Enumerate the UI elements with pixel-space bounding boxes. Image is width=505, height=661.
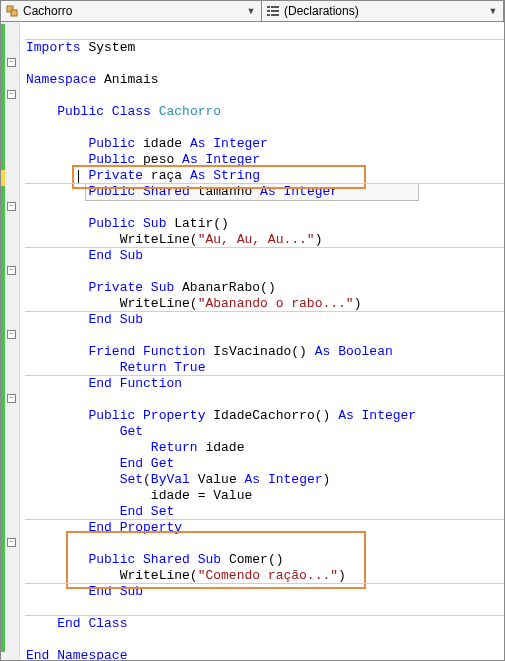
code-line: Public idade As Integer bbox=[26, 136, 268, 151]
code-line: Private raça As String bbox=[26, 168, 260, 183]
change-marker-saved bbox=[1, 186, 5, 652]
code-line: End Function bbox=[26, 376, 182, 391]
code-line: Return idade bbox=[26, 440, 244, 455]
svg-rect-2 bbox=[267, 6, 270, 8]
code-line: End Sub bbox=[26, 248, 143, 263]
code-line: Get bbox=[26, 424, 143, 439]
change-marker-unsaved bbox=[1, 170, 5, 186]
code-editor[interactable]: Imports System Namespace Animais Public … bbox=[1, 22, 504, 661]
member-separator bbox=[25, 311, 504, 312]
code-line: idade = Value bbox=[26, 488, 252, 503]
code-line: Public Shared Sub Comer() bbox=[26, 552, 284, 567]
code-line: End Class bbox=[26, 616, 127, 631]
code-line: End Namespace bbox=[26, 648, 127, 661]
code-line: Namespace Animais bbox=[26, 72, 159, 87]
code-line: Set(ByVal Value As Integer) bbox=[26, 472, 330, 487]
code-line: End Sub bbox=[26, 312, 143, 327]
member-dropdown[interactable]: (Declarations) ▼ bbox=[262, 1, 504, 21]
class-dropdown-text: Cachorro bbox=[23, 4, 245, 18]
code-line: Friend Function IsVacinado() As Boolean bbox=[26, 344, 393, 359]
member-separator bbox=[25, 583, 504, 584]
code-line: End Property bbox=[26, 520, 182, 535]
outline-toggle[interactable] bbox=[7, 202, 16, 211]
code-line: End Set bbox=[26, 504, 174, 519]
code-line: Public Sub Latir() bbox=[26, 216, 229, 231]
outline-toggle[interactable] bbox=[7, 330, 16, 339]
code-line: End Sub bbox=[26, 584, 143, 599]
svg-rect-6 bbox=[267, 14, 270, 16]
member-separator bbox=[25, 183, 504, 184]
member-separator bbox=[25, 247, 504, 248]
member-separator bbox=[25, 39, 504, 40]
code-line: End Get bbox=[26, 456, 174, 471]
svg-rect-7 bbox=[271, 14, 279, 16]
code-line: WriteLine("Au, Au, Au...") bbox=[26, 232, 322, 247]
code-line: Public Property IdadeCachorro() As Integ… bbox=[26, 408, 416, 423]
code-line: Imports System bbox=[26, 40, 135, 55]
code-line: WriteLine("Abanando o rabo...") bbox=[26, 296, 361, 311]
svg-rect-3 bbox=[271, 6, 279, 8]
svg-rect-1 bbox=[11, 10, 17, 16]
code-line: Return True bbox=[26, 360, 205, 375]
chevron-down-icon: ▼ bbox=[245, 6, 257, 16]
class-icon bbox=[5, 4, 19, 18]
outline-toggle[interactable] bbox=[7, 266, 16, 275]
member-dropdown-text: (Declarations) bbox=[284, 4, 487, 18]
member-separator bbox=[25, 615, 504, 616]
code-line: WriteLine("Comendo ração...") bbox=[26, 568, 346, 583]
outline-toggle[interactable] bbox=[7, 90, 16, 99]
code-line: Public Class Cachorro bbox=[26, 104, 221, 119]
svg-rect-5 bbox=[271, 10, 279, 12]
member-separator bbox=[25, 375, 504, 376]
editor-margin bbox=[1, 22, 20, 661]
text-caret bbox=[78, 170, 79, 184]
code-line: Public Shared tamanho As Integer bbox=[26, 184, 416, 199]
chevron-down-icon: ▼ bbox=[487, 6, 499, 16]
outline-toggle[interactable] bbox=[7, 538, 16, 547]
member-separator bbox=[25, 519, 504, 520]
code-area[interactable]: Imports System Namespace Animais Public … bbox=[20, 22, 504, 661]
outline-toggle[interactable] bbox=[7, 58, 16, 67]
svg-rect-4 bbox=[267, 10, 270, 12]
change-marker-saved bbox=[1, 24, 5, 170]
code-line: Public peso As Integer bbox=[26, 152, 260, 167]
code-line: Private Sub AbanarRabo() bbox=[26, 280, 276, 295]
class-dropdown[interactable]: Cachorro ▼ bbox=[1, 1, 262, 21]
editor-header: Cachorro ▼ (Declarations) ▼ bbox=[1, 1, 504, 22]
outline-toggle[interactable] bbox=[7, 394, 16, 403]
declarations-icon bbox=[266, 4, 280, 18]
